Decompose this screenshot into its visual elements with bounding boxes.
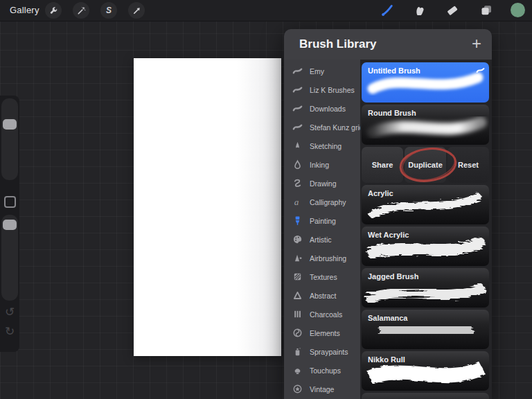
category-vintage[interactable]: Vintage: [284, 380, 360, 398]
ink-drop-icon: [292, 159, 303, 170]
modify-button[interactable]: [4, 196, 16, 208]
paintbrush-icon: [292, 215, 303, 226]
italic-a-icon: [292, 197, 303, 207]
star-circle-icon: [292, 384, 303, 394]
erase-tool-button[interactable]: [445, 3, 460, 18]
color-swatch[interactable]: [511, 3, 525, 17]
undo-button[interactable]: ↺: [0, 303, 19, 320]
squiggle-icon: [292, 178, 303, 188]
magic-wand-icon: [77, 6, 86, 15]
gallery-button[interactable]: Gallery: [10, 5, 39, 15]
yin-yang-icon: [292, 328, 303, 338]
texture-icon: [292, 272, 303, 282]
category-spraypaints[interactable]: Spraypaints: [284, 342, 360, 361]
eraser-icon: [445, 3, 459, 17]
paint-tool-button[interactable]: [380, 3, 395, 18]
brush-category-list: Emy Liz K Brushes Downloads Stefan Kunz …: [284, 60, 360, 399]
brush-nikko-rull[interactable]: Nikko Rull: [362, 351, 489, 391]
adjustments-button[interactable]: [73, 2, 89, 19]
procreate-app: Gallery S ↺ ↻ Brush Library + Emy Liz K …: [0, 0, 532, 399]
layers-icon: [479, 3, 493, 17]
brush-set-icon: [292, 85, 303, 95]
add-brush-button[interactable]: +: [472, 35, 481, 53]
brush-untitled-brush-selected[interactable]: Untitled Brush: [362, 62, 489, 103]
category-stefan-kunz-grids[interactable]: Stefan Kunz grids: [284, 118, 360, 136]
category-emy[interactable]: Emy: [284, 62, 360, 80]
share-button[interactable]: Share: [362, 147, 403, 183]
brush-icon: [380, 3, 394, 17]
redo-button[interactable]: ↻: [0, 323, 19, 339]
custom-brush-badge-icon: [476, 66, 485, 75]
brush-library-panel: Brush Library + Emy Liz K Brushes Downlo…: [284, 29, 492, 399]
brush-round-brush[interactable]: Round Brush: [362, 105, 489, 145]
cosmetic-brush-icon: [292, 365, 303, 375]
category-calligraphy[interactable]: Calligraphy: [284, 193, 360, 211]
bars-icon: [292, 309, 303, 319]
category-downloads[interactable]: Downloads: [284, 99, 360, 118]
category-liz-k-brushes[interactable]: Liz K Brushes: [284, 80, 360, 99]
panel-title: Brush Library: [299, 37, 376, 51]
palette-icon: [292, 234, 303, 245]
top-toolbar: Gallery S: [0, 0, 532, 21]
category-sketching[interactable]: Sketching: [284, 136, 360, 155]
pencil-icon: [292, 141, 303, 151]
drawing-canvas[interactable]: [134, 58, 281, 356]
smudge-tool-button[interactable]: [412, 3, 427, 18]
brush-opacity-handle[interactable]: [3, 220, 17, 230]
category-airbrushing[interactable]: Airbrushing: [284, 249, 360, 267]
reset-button[interactable]: Reset: [447, 147, 489, 183]
category-abstract[interactable]: Abstract: [284, 286, 360, 305]
category-painting-selected[interactable]: Painting: [284, 211, 360, 230]
brush-wet-acrylic[interactable]: Wet Acrylic: [362, 227, 489, 266]
category-drawing[interactable]: Drawing: [284, 174, 360, 193]
brush-acrylic[interactable]: Acrylic: [362, 185, 489, 224]
category-elements[interactable]: Elements: [284, 323, 360, 342]
actions-button[interactable]: [45, 2, 62, 19]
brush-set-icon: [292, 66, 303, 76]
airbrush-icon: [292, 253, 303, 263]
brush-salamanca[interactable]: Salamanca: [362, 310, 489, 349]
transform-button[interactable]: [128, 2, 145, 19]
brush-set-icon: [292, 103, 303, 114]
brush-card-partial[interactable]: [362, 393, 489, 399]
brush-opacity-slider[interactable]: [1, 215, 18, 301]
wrench-icon: [49, 6, 58, 15]
brush-list: Untitled Brush Round Brush Share Duplica…: [360, 60, 492, 399]
duplicate-button[interactable]: Duplicate: [405, 147, 446, 183]
layers-button[interactable]: [479, 3, 494, 18]
brush-size-handle[interactable]: [3, 119, 17, 130]
spray-can-icon: [292, 346, 303, 357]
smudge-icon: [413, 3, 427, 17]
category-charcoals[interactable]: Charcoals: [284, 305, 360, 323]
transform-arrow-icon: [132, 6, 141, 15]
category-inking[interactable]: Inking: [284, 155, 360, 174]
triangle-icon: [292, 290, 303, 301]
category-textures[interactable]: Textures: [284, 267, 360, 286]
selection-s-icon: S: [106, 6, 112, 15]
category-touchups[interactable]: Touchups: [284, 361, 360, 380]
brush-jagged-brush[interactable]: Jagged Brush: [362, 268, 489, 308]
brush-sidebar: ↺ ↻: [0, 96, 19, 352]
selection-button[interactable]: S: [100, 2, 117, 19]
brush-size-slider[interactable]: [1, 98, 18, 180]
category-artistic[interactable]: Artistic: [284, 230, 360, 249]
brush-library-header: Brush Library +: [284, 29, 492, 60]
brush-set-icon: [292, 122, 303, 132]
brush-context-menu: Share Duplicate Reset: [362, 147, 489, 183]
